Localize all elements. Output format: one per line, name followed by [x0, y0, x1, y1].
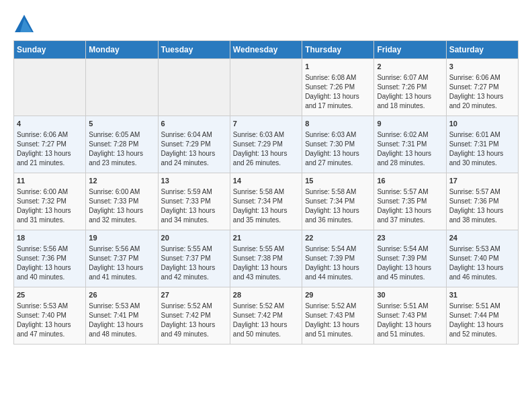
day-info: Sunrise: 6:06 AM Sunset: 7:27 PM Dayligh… [449, 74, 505, 109]
calendar-cell [230, 59, 302, 116]
page-header [13, 13, 519, 34]
day-number: 2 [377, 62, 443, 72]
day-info: Sunrise: 5:52 AM Sunset: 7:43 PM Dayligh… [305, 302, 361, 338]
calendar-body: 1Sunrise: 6:08 AM Sunset: 7:26 PM Daylig… [14, 59, 519, 345]
logo-icon [13, 13, 34, 34]
day-number: 25 [17, 290, 83, 300]
calendar-cell: 22Sunrise: 5:54 AM Sunset: 7:39 PM Dayli… [302, 230, 374, 287]
day-info: Sunrise: 5:55 AM Sunset: 7:38 PM Dayligh… [233, 245, 289, 281]
calendar-cell: 9Sunrise: 6:02 AM Sunset: 7:31 PM Daylig… [374, 116, 446, 173]
day-number: 8 [305, 119, 371, 129]
day-info: Sunrise: 6:00 AM Sunset: 7:32 PM Dayligh… [17, 188, 73, 224]
weekday-header-row: SundayMondayTuesdayWednesdayThursdayFrid… [14, 41, 519, 59]
day-info: Sunrise: 5:52 AM Sunset: 7:42 PM Dayligh… [161, 302, 217, 338]
calendar-cell: 5Sunrise: 6:05 AM Sunset: 7:28 PM Daylig… [86, 116, 158, 173]
day-info: Sunrise: 6:01 AM Sunset: 7:31 PM Dayligh… [449, 131, 505, 167]
weekday-header-thursday: Thursday [302, 41, 374, 59]
calendar-cell [86, 59, 158, 116]
day-number: 28 [233, 290, 299, 300]
calendar-cell: 21Sunrise: 5:55 AM Sunset: 7:38 PM Dayli… [230, 230, 302, 287]
day-info: Sunrise: 6:02 AM Sunset: 7:31 PM Dayligh… [377, 131, 433, 167]
calendar-week-2: 4Sunrise: 6:06 AM Sunset: 7:27 PM Daylig… [14, 116, 519, 173]
day-info: Sunrise: 5:52 AM Sunset: 7:42 PM Dayligh… [233, 302, 289, 338]
calendar-cell: 19Sunrise: 5:56 AM Sunset: 7:37 PM Dayli… [86, 230, 158, 287]
day-number: 12 [89, 176, 154, 186]
day-info: Sunrise: 6:07 AM Sunset: 7:26 PM Dayligh… [377, 74, 433, 109]
day-info: Sunrise: 5:54 AM Sunset: 7:39 PM Dayligh… [377, 245, 433, 281]
weekday-header-tuesday: Tuesday [158, 41, 230, 59]
day-number: 9 [377, 119, 443, 129]
day-info: Sunrise: 5:56 AM Sunset: 7:36 PM Dayligh… [17, 245, 73, 281]
calendar-cell: 12Sunrise: 6:00 AM Sunset: 7:33 PM Dayli… [86, 173, 158, 230]
day-info: Sunrise: 5:53 AM Sunset: 7:40 PM Dayligh… [449, 245, 505, 281]
day-info: Sunrise: 5:58 AM Sunset: 7:34 PM Dayligh… [305, 188, 361, 224]
day-number: 23 [377, 233, 443, 243]
day-number: 3 [449, 62, 515, 72]
calendar-week-5: 25Sunrise: 5:53 AM Sunset: 7:40 PM Dayli… [14, 287, 519, 345]
calendar-cell: 14Sunrise: 5:58 AM Sunset: 7:34 PM Dayli… [230, 173, 302, 230]
calendar-cell: 27Sunrise: 5:52 AM Sunset: 7:42 PM Dayli… [158, 287, 230, 345]
calendar-cell: 24Sunrise: 5:53 AM Sunset: 7:40 PM Dayli… [446, 230, 518, 287]
calendar-cell: 18Sunrise: 5:56 AM Sunset: 7:36 PM Dayli… [14, 230, 86, 287]
day-number: 6 [161, 119, 227, 129]
calendar-week-4: 18Sunrise: 5:56 AM Sunset: 7:36 PM Dayli… [14, 230, 519, 287]
calendar-cell: 15Sunrise: 5:58 AM Sunset: 7:34 PM Dayli… [302, 173, 374, 230]
calendar-cell: 7Sunrise: 6:03 AM Sunset: 7:29 PM Daylig… [230, 116, 302, 173]
calendar-cell: 8Sunrise: 6:03 AM Sunset: 7:30 PM Daylig… [302, 116, 374, 173]
day-number: 18 [17, 233, 83, 243]
calendar-week-1: 1Sunrise: 6:08 AM Sunset: 7:26 PM Daylig… [14, 59, 519, 116]
day-info: Sunrise: 6:00 AM Sunset: 7:33 PM Dayligh… [89, 188, 144, 224]
day-number: 13 [161, 176, 227, 186]
calendar-cell: 29Sunrise: 5:52 AM Sunset: 7:43 PM Dayli… [302, 287, 374, 345]
day-number: 4 [17, 119, 83, 129]
weekday-header-sunday: Sunday [14, 41, 86, 59]
weekday-header-friday: Friday [374, 41, 446, 59]
day-number: 11 [17, 176, 83, 186]
day-info: Sunrise: 6:03 AM Sunset: 7:30 PM Dayligh… [305, 131, 361, 167]
day-info: Sunrise: 5:51 AM Sunset: 7:43 PM Dayligh… [377, 302, 433, 338]
day-number: 21 [233, 233, 299, 243]
calendar-cell: 20Sunrise: 5:55 AM Sunset: 7:37 PM Dayli… [158, 230, 230, 287]
calendar-cell: 4Sunrise: 6:06 AM Sunset: 7:27 PM Daylig… [14, 116, 86, 173]
day-number: 22 [305, 233, 371, 243]
day-number: 27 [161, 290, 227, 300]
day-info: Sunrise: 5:59 AM Sunset: 7:33 PM Dayligh… [161, 188, 217, 224]
weekday-header-wednesday: Wednesday [230, 41, 302, 59]
calendar-cell: 23Sunrise: 5:54 AM Sunset: 7:39 PM Dayli… [374, 230, 446, 287]
calendar-cell: 11Sunrise: 6:00 AM Sunset: 7:32 PM Dayli… [14, 173, 86, 230]
day-number: 24 [449, 233, 515, 243]
calendar-week-3: 11Sunrise: 6:00 AM Sunset: 7:32 PM Dayli… [14, 173, 519, 230]
day-number: 30 [377, 290, 443, 300]
calendar-cell: 25Sunrise: 5:53 AM Sunset: 7:40 PM Dayli… [14, 287, 86, 345]
calendar-cell [158, 59, 230, 116]
day-number: 10 [449, 119, 515, 129]
day-number: 20 [161, 233, 227, 243]
calendar-cell: 26Sunrise: 5:53 AM Sunset: 7:41 PM Dayli… [86, 287, 158, 345]
calendar-cell: 17Sunrise: 5:57 AM Sunset: 7:36 PM Dayli… [446, 173, 518, 230]
day-info: Sunrise: 5:56 AM Sunset: 7:37 PM Dayligh… [89, 245, 144, 281]
day-number: 19 [89, 233, 154, 243]
day-info: Sunrise: 6:04 AM Sunset: 7:29 PM Dayligh… [161, 131, 217, 167]
calendar-cell: 28Sunrise: 5:52 AM Sunset: 7:42 PM Dayli… [230, 287, 302, 345]
logo [13, 13, 36, 34]
day-info: Sunrise: 6:08 AM Sunset: 7:26 PM Dayligh… [305, 74, 361, 109]
day-number: 1 [305, 62, 371, 72]
day-info: Sunrise: 5:58 AM Sunset: 7:34 PM Dayligh… [233, 188, 289, 224]
day-number: 17 [449, 176, 515, 186]
day-number: 31 [449, 290, 515, 300]
weekday-header-saturday: Saturday [446, 41, 518, 59]
calendar-cell: 6Sunrise: 6:04 AM Sunset: 7:29 PM Daylig… [158, 116, 230, 173]
day-info: Sunrise: 5:53 AM Sunset: 7:41 PM Dayligh… [89, 302, 144, 338]
day-info: Sunrise: 5:55 AM Sunset: 7:37 PM Dayligh… [161, 245, 217, 281]
day-number: 29 [305, 290, 371, 300]
day-number: 15 [305, 176, 371, 186]
day-number: 26 [89, 290, 154, 300]
day-info: Sunrise: 5:57 AM Sunset: 7:35 PM Dayligh… [377, 188, 433, 224]
day-info: Sunrise: 5:53 AM Sunset: 7:40 PM Dayligh… [17, 302, 73, 338]
day-number: 7 [233, 119, 299, 129]
day-number: 5 [89, 119, 154, 129]
calendar-cell: 13Sunrise: 5:59 AM Sunset: 7:33 PM Dayli… [158, 173, 230, 230]
day-info: Sunrise: 5:51 AM Sunset: 7:44 PM Dayligh… [449, 302, 505, 338]
calendar-table: SundayMondayTuesdayWednesdayThursdayFrid… [13, 40, 519, 345]
calendar-cell: 3Sunrise: 6:06 AM Sunset: 7:27 PM Daylig… [446, 59, 518, 116]
